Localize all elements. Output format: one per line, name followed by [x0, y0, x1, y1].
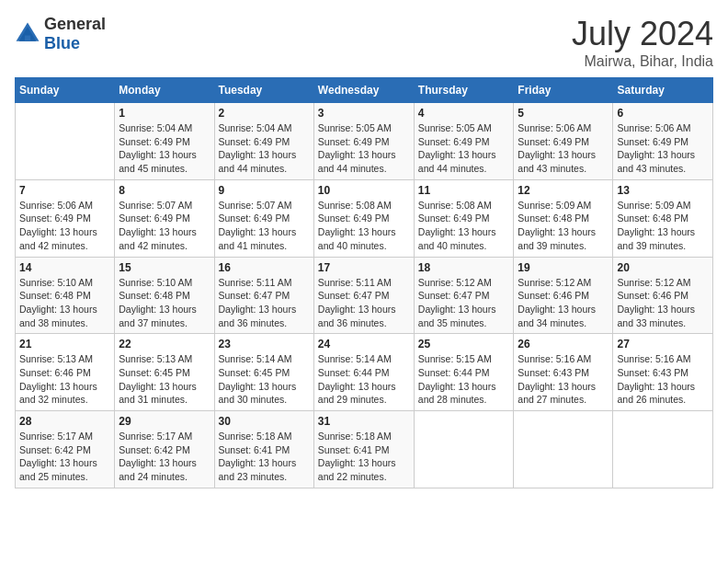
day-number: 20	[617, 261, 709, 274]
day-info: Sunrise: 5:18 AM Sunset: 6:41 PM Dayligh…	[318, 430, 410, 484]
calendar-cell	[16, 103, 115, 180]
day-info: Sunrise: 5:09 AM Sunset: 6:48 PM Dayligh…	[617, 199, 709, 253]
calendar-header-row: Sunday Monday Tuesday Wednesday Thursday…	[16, 78, 713, 103]
calendar-cell: 11Sunrise: 5:08 AM Sunset: 6:49 PM Dayli…	[414, 179, 514, 257]
day-info: Sunrise: 5:08 AM Sunset: 6:49 PM Dayligh…	[418, 199, 510, 253]
calendar-cell: 19Sunrise: 5:12 AM Sunset: 6:46 PM Dayli…	[514, 257, 613, 334]
day-info: Sunrise: 5:13 AM Sunset: 6:45 PM Dayligh…	[119, 352, 210, 407]
calendar-cell: 9Sunrise: 5:07 AM Sunset: 6:49 PM Daylig…	[214, 179, 313, 257]
calendar-cell: 30Sunrise: 5:18 AM Sunset: 6:41 PM Dayli…	[214, 411, 313, 488]
day-info: Sunrise: 5:08 AM Sunset: 6:49 PM Dayligh…	[318, 199, 410, 253]
day-number: 29	[119, 415, 210, 428]
calendar-cell: 28Sunrise: 5:17 AM Sunset: 6:42 PM Dayli…	[16, 411, 115, 488]
logo: General Blue	[15, 15, 106, 53]
calendar-cell: 6Sunrise: 5:06 AM Sunset: 6:49 PM Daylig…	[613, 103, 713, 180]
day-info: Sunrise: 5:14 AM Sunset: 6:44 PM Dayligh…	[318, 352, 410, 407]
day-number: 13	[617, 184, 709, 197]
header-wednesday: Wednesday	[313, 78, 414, 103]
day-number: 10	[318, 184, 410, 197]
header-thursday: Thursday	[414, 78, 514, 103]
calendar-cell: 12Sunrise: 5:09 AM Sunset: 6:48 PM Dayli…	[514, 179, 613, 257]
day-number: 16	[219, 261, 310, 274]
calendar-week-4: 28Sunrise: 5:17 AM Sunset: 6:42 PM Dayli…	[16, 411, 713, 488]
header-saturday: Saturday	[613, 78, 713, 103]
day-number: 22	[119, 338, 210, 350]
calendar-week-3: 21Sunrise: 5:13 AM Sunset: 6:46 PM Dayli…	[16, 334, 713, 411]
calendar-cell: 29Sunrise: 5:17 AM Sunset: 6:42 PM Dayli…	[115, 411, 214, 488]
calendar-cell: 7Sunrise: 5:06 AM Sunset: 6:49 PM Daylig…	[16, 179, 115, 257]
day-number: 19	[518, 261, 609, 274]
day-info: Sunrise: 5:14 AM Sunset: 6:45 PM Dayligh…	[219, 352, 310, 407]
calendar-cell: 23Sunrise: 5:14 AM Sunset: 6:45 PM Dayli…	[214, 334, 313, 411]
logo-general: General	[44, 15, 106, 33]
header-monday: Monday	[115, 78, 214, 103]
calendar-cell: 1Sunrise: 5:04 AM Sunset: 6:49 PM Daylig…	[115, 103, 214, 180]
calendar-week-1: 7Sunrise: 5:06 AM Sunset: 6:49 PM Daylig…	[16, 179, 713, 257]
day-info: Sunrise: 5:05 AM Sunset: 6:49 PM Dayligh…	[318, 121, 410, 176]
logo-blue: Blue	[44, 34, 80, 52]
calendar-cell: 10Sunrise: 5:08 AM Sunset: 6:49 PM Dayli…	[313, 179, 414, 257]
day-number: 28	[19, 415, 110, 428]
day-info: Sunrise: 5:12 AM Sunset: 6:46 PM Dayligh…	[518, 276, 609, 330]
day-number: 14	[19, 261, 110, 274]
calendar-cell: 16Sunrise: 5:11 AM Sunset: 6:47 PM Dayli…	[214, 257, 313, 334]
day-info: Sunrise: 5:04 AM Sunset: 6:49 PM Dayligh…	[119, 121, 210, 176]
day-number: 27	[617, 338, 709, 350]
day-info: Sunrise: 5:17 AM Sunset: 6:42 PM Dayligh…	[19, 430, 110, 484]
calendar-cell: 17Sunrise: 5:11 AM Sunset: 6:47 PM Dayli…	[313, 257, 414, 334]
calendar-cell: 18Sunrise: 5:12 AM Sunset: 6:47 PM Dayli…	[414, 257, 514, 334]
day-info: Sunrise: 5:05 AM Sunset: 6:49 PM Dayligh…	[418, 121, 510, 176]
header-tuesday: Tuesday	[214, 78, 313, 103]
day-info: Sunrise: 5:11 AM Sunset: 6:47 PM Dayligh…	[318, 276, 410, 330]
day-info: Sunrise: 5:10 AM Sunset: 6:48 PM Dayligh…	[19, 276, 110, 330]
day-number: 17	[318, 261, 410, 274]
day-number: 12	[518, 184, 609, 197]
calendar-cell: 15Sunrise: 5:10 AM Sunset: 6:48 PM Dayli…	[115, 257, 214, 334]
calendar-cell: 3Sunrise: 5:05 AM Sunset: 6:49 PM Daylig…	[313, 103, 414, 180]
day-number: 8	[119, 184, 210, 197]
calendar-cell	[613, 411, 713, 488]
day-info: Sunrise: 5:09 AM Sunset: 6:48 PM Dayligh…	[518, 199, 609, 253]
day-number: 3	[318, 107, 410, 120]
subtitle: Mairwa, Bihar, India	[572, 53, 713, 70]
day-info: Sunrise: 5:12 AM Sunset: 6:46 PM Dayligh…	[617, 276, 709, 330]
day-number: 11	[418, 184, 510, 197]
day-number: 18	[418, 261, 510, 274]
calendar-cell: 31Sunrise: 5:18 AM Sunset: 6:41 PM Dayli…	[313, 411, 414, 488]
day-number: 7	[19, 184, 110, 197]
calendar-cell: 13Sunrise: 5:09 AM Sunset: 6:48 PM Dayli…	[613, 179, 713, 257]
calendar-cell	[514, 411, 613, 488]
day-number: 26	[518, 338, 609, 350]
day-info: Sunrise: 5:06 AM Sunset: 6:49 PM Dayligh…	[19, 199, 110, 253]
day-info: Sunrise: 5:06 AM Sunset: 6:49 PM Dayligh…	[617, 121, 709, 176]
day-info: Sunrise: 5:04 AM Sunset: 6:49 PM Dayligh…	[219, 121, 310, 176]
day-number: 4	[418, 107, 510, 120]
day-info: Sunrise: 5:07 AM Sunset: 6:49 PM Dayligh…	[219, 199, 310, 253]
logo-icon	[15, 21, 40, 47]
day-info: Sunrise: 5:12 AM Sunset: 6:47 PM Dayligh…	[418, 276, 510, 330]
main-title: July 2024	[572, 15, 713, 53]
calendar-cell: 20Sunrise: 5:12 AM Sunset: 6:46 PM Dayli…	[613, 257, 713, 334]
day-info: Sunrise: 5:16 AM Sunset: 6:43 PM Dayligh…	[518, 352, 609, 407]
day-number: 2	[219, 107, 310, 120]
day-info: Sunrise: 5:07 AM Sunset: 6:49 PM Dayligh…	[119, 199, 210, 253]
day-number: 24	[318, 338, 410, 350]
header-sunday: Sunday	[16, 78, 115, 103]
day-number: 5	[518, 107, 609, 120]
header-friday: Friday	[514, 78, 613, 103]
calendar-week-2: 14Sunrise: 5:10 AM Sunset: 6:48 PM Dayli…	[16, 257, 713, 334]
day-info: Sunrise: 5:17 AM Sunset: 6:42 PM Dayligh…	[119, 430, 210, 484]
calendar-cell: 24Sunrise: 5:14 AM Sunset: 6:44 PM Dayli…	[313, 334, 414, 411]
day-info: Sunrise: 5:10 AM Sunset: 6:48 PM Dayligh…	[119, 276, 210, 330]
calendar-week-0: 1Sunrise: 5:04 AM Sunset: 6:49 PM Daylig…	[16, 103, 713, 180]
title-area: July 2024 Mairwa, Bihar, India	[572, 15, 713, 70]
day-number: 30	[219, 415, 310, 428]
day-info: Sunrise: 5:16 AM Sunset: 6:43 PM Dayligh…	[617, 352, 709, 407]
calendar-cell: 2Sunrise: 5:04 AM Sunset: 6:49 PM Daylig…	[214, 103, 313, 180]
day-number: 21	[19, 338, 110, 350]
day-number: 15	[119, 261, 210, 274]
calendar-cell: 22Sunrise: 5:13 AM Sunset: 6:45 PM Dayli…	[115, 334, 214, 411]
calendar-table: Sunday Monday Tuesday Wednesday Thursday…	[15, 77, 713, 488]
calendar-cell: 25Sunrise: 5:15 AM Sunset: 6:44 PM Dayli…	[414, 334, 514, 411]
calendar-cell: 8Sunrise: 5:07 AM Sunset: 6:49 PM Daylig…	[115, 179, 214, 257]
